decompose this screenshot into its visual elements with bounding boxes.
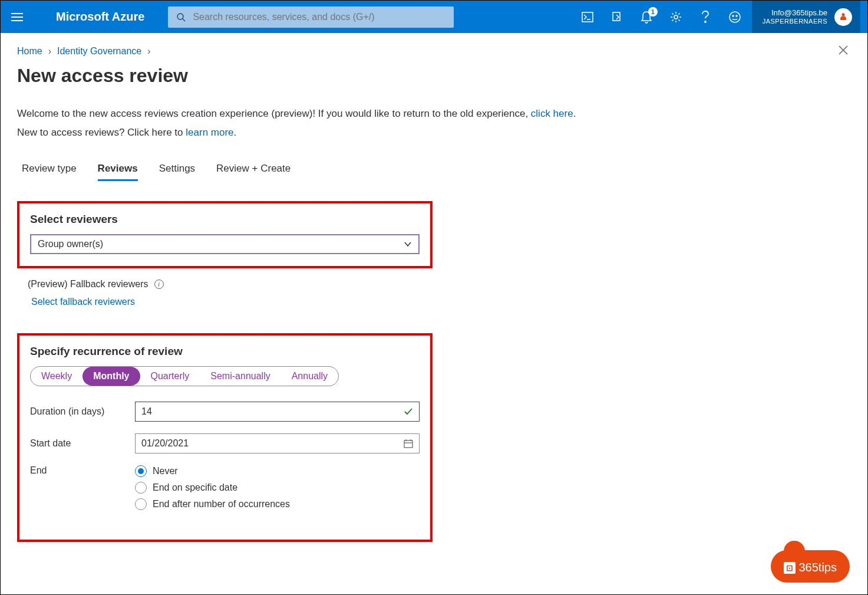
end-radio-group: Never End on specific date End after num… (135, 465, 420, 510)
page-title: New access review (17, 65, 188, 87)
seg-semi-annually[interactable]: Semi-annually (200, 367, 280, 386)
close-button[interactable] (836, 41, 851, 61)
search-input[interactable] (193, 12, 445, 22)
global-search[interactable] (168, 6, 454, 28)
reviewers-selected-value: Group owner(s) (38, 239, 103, 249)
notification-badge: 1 (648, 7, 658, 17)
fallback-reviewers-label: (Preview) Fallback reviewers i (28, 279, 851, 290)
start-date-value: 01/20/2021 (141, 438, 189, 449)
cloud-shell-icon[interactable] (581, 11, 594, 24)
tab-bar: Review type Reviews Settings Review + Cr… (17, 163, 851, 181)
svg-point-7 (730, 12, 740, 22)
duration-label: Duration (in days) (30, 406, 135, 417)
svg-rect-2 (582, 12, 593, 22)
directory-filter-icon[interactable] (610, 11, 623, 24)
start-date-input[interactable]: 01/20/2021 (135, 433, 420, 453)
avatar (834, 8, 852, 26)
gear-icon[interactable] (669, 11, 682, 24)
top-bar: Microsoft Azure 1 Info@365tips.be JASPER… (1, 1, 867, 33)
end-option-never[interactable]: Never (135, 465, 420, 477)
chevron-right-icon: › (48, 46, 51, 57)
end-option-specific-date[interactable]: End on specific date (135, 482, 420, 494)
seg-annually[interactable]: Annually (281, 367, 338, 386)
brand-label: Microsoft Azure (56, 10, 144, 24)
recurrence-heading: Specify recurrence of review (30, 345, 420, 358)
tab-review-type[interactable]: Review type (22, 163, 77, 181)
breadcrumb: Home › Identity Governance › (17, 46, 851, 57)
account-email: Info@365tips.be (763, 8, 827, 18)
floating-365tips-badge[interactable]: ⊡ 365tips (771, 550, 850, 583)
svg-point-5 (674, 15, 678, 19)
radio-icon (135, 498, 147, 510)
start-date-label: Start date (30, 438, 135, 449)
breadcrumb-home[interactable]: Home (17, 46, 42, 57)
intro-text: Welcome to the new access reviews creati… (17, 104, 851, 143)
feedback-icon[interactable] (728, 11, 741, 24)
end-label: End (30, 465, 135, 476)
content-area: Home › Identity Governance › New access … (1, 33, 867, 566)
seg-quarterly[interactable]: Quarterly (140, 367, 200, 386)
select-reviewers-heading: Select reviewers (30, 213, 420, 226)
tab-review-create[interactable]: Review + Create (216, 163, 291, 181)
svg-point-0 (177, 14, 183, 19)
search-icon (176, 12, 186, 22)
svg-point-9 (736, 15, 737, 17)
select-reviewers-section: Select reviewers Group owner(s) (17, 201, 433, 268)
office-logo-icon: ⊡ (784, 562, 796, 574)
account-directory: JASPERBERNAERS (763, 18, 827, 26)
floatbadge-text: 365tips (799, 561, 837, 574)
svg-rect-12 (404, 441, 412, 448)
reviewers-dropdown[interactable]: Group owner(s) (30, 234, 420, 254)
link-learn-more[interactable]: learn more (186, 127, 233, 138)
account-text: Info@365tips.be JASPERBERNAERS (763, 8, 827, 26)
help-icon[interactable] (699, 11, 712, 24)
checkmark-icon (404, 407, 413, 416)
svg-line-1 (183, 19, 185, 21)
seg-monthly[interactable]: Monthly (82, 367, 140, 386)
link-old-experience[interactable]: click here (531, 108, 573, 119)
notifications-icon[interactable]: 1 (640, 11, 653, 24)
account-menu[interactable]: Info@365tips.be JASPERBERNAERS (752, 1, 860, 33)
topbar-icons: 1 (581, 11, 741, 24)
info-icon[interactable]: i (154, 280, 164, 289)
seg-weekly[interactable]: Weekly (31, 367, 82, 386)
tab-reviews[interactable]: Reviews (98, 163, 138, 181)
tab-settings[interactable]: Settings (159, 163, 195, 181)
recurrence-section: Specify recurrence of review Weekly Mont… (17, 333, 433, 542)
duration-value: 14 (141, 406, 152, 417)
chevron-right-icon: › (147, 46, 150, 57)
radio-icon (135, 482, 147, 494)
end-option-occurrences[interactable]: End after number of occurrences (135, 498, 420, 510)
svg-point-6 (705, 21, 706, 22)
select-fallback-reviewers-link[interactable]: Select fallback reviewers (31, 297, 851, 307)
recurrence-segmented: Weekly Monthly Quarterly Semi-annually A… (30, 366, 339, 386)
breadcrumb-identity-governance[interactable]: Identity Governance (57, 46, 141, 57)
radio-icon (135, 465, 147, 477)
hamburger-menu-icon[interactable] (11, 13, 30, 21)
duration-input[interactable]: 14 (135, 402, 420, 422)
calendar-icon (404, 439, 413, 448)
close-icon (838, 45, 849, 55)
svg-point-8 (732, 15, 734, 17)
chevron-down-icon (404, 240, 412, 248)
